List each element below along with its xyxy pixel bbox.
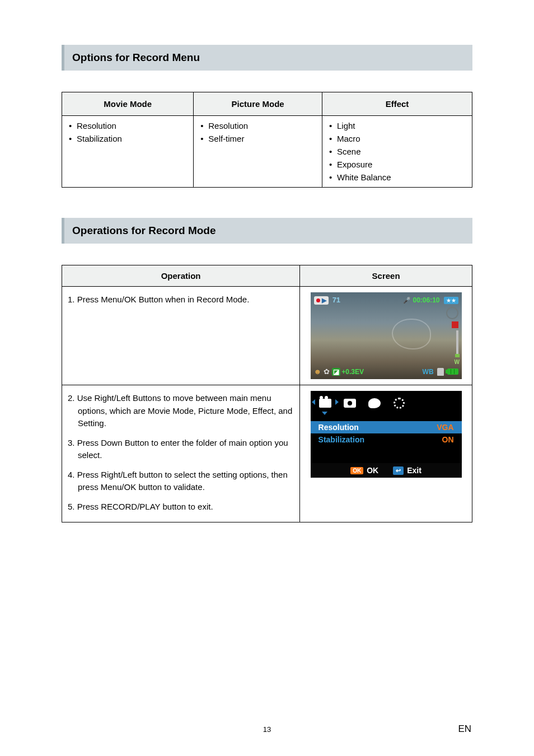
language-code: EN xyxy=(458,724,471,735)
mic-icon: 🎤 xyxy=(403,297,411,304)
quality-badge-icon: ★★ xyxy=(444,297,458,304)
footer-ok: OK OK xyxy=(350,466,378,475)
wb-label: WB xyxy=(423,368,434,376)
options-cell-picture: Resolution Self-timer xyxy=(194,116,322,188)
ev-value: ◪+0.3EV xyxy=(332,368,364,376)
list-item: Exposure xyxy=(327,158,469,171)
record-time: 00:06:10 xyxy=(413,296,439,304)
ops-th-operation: Operation xyxy=(62,265,300,287)
return-icon: ↩ xyxy=(393,466,404,475)
dial-icon xyxy=(446,307,458,319)
options-th-movie: Movie Mode xyxy=(62,92,194,116)
ops-cell-step1: 1. Press Menu/OK Button when in Record M… xyxy=(62,287,300,385)
footer-exit: ↩ Exit xyxy=(393,466,421,475)
list-item: Scene xyxy=(327,145,469,158)
list-item: Macro xyxy=(327,132,469,145)
section-heading-operations: Operations for Record Mode xyxy=(62,218,472,244)
movie-icon xyxy=(319,399,331,408)
list-item: 1. Press Menu/OK Button when in Record M… xyxy=(68,291,294,311)
list-item: Resolution xyxy=(198,119,318,132)
list-item: 3. Press Down Button to enter the folder… xyxy=(68,435,294,466)
menu-row-stabilization: Stabilization ON xyxy=(311,433,462,446)
list-item: Resolution xyxy=(67,119,190,132)
record-indicator-icon xyxy=(452,321,458,328)
list-item: 2. Use Right/Left Buttons to move betwee… xyxy=(68,390,294,435)
macro-icon: ✿ xyxy=(324,367,330,376)
options-table: Movie Mode Picture Mode Effect Resolutio… xyxy=(62,92,472,188)
operations-table: Operation Screen 1. Press Menu/OK Button… xyxy=(62,265,472,522)
zoom-slider-icon xyxy=(456,330,458,357)
menu-label: Stabilization xyxy=(318,435,364,444)
face-icon: ☻ xyxy=(314,367,322,376)
list-item: Self-timer xyxy=(198,132,318,145)
options-cell-effect: Light Macro Scene Exposure White Balance xyxy=(322,116,472,188)
list-item: 4. Press Right/Left button to select the… xyxy=(68,466,294,498)
menu-label: Resolution xyxy=(318,423,359,432)
options-th-picture: Picture Mode xyxy=(194,92,322,116)
menu-row-resolution: Resolution VGA xyxy=(311,421,462,433)
tab-effect xyxy=(367,396,382,410)
ops-th-screen: Screen xyxy=(300,265,472,287)
tab-movie-mode xyxy=(317,396,333,410)
shots-remaining: 71 xyxy=(332,296,340,304)
options-cell-movie: Resolution Stabilization xyxy=(62,116,194,188)
camera-icon xyxy=(344,399,356,408)
camera-screen-record: ▶ 71 🎤 00:06:10 ★★ xyxy=(311,292,462,379)
list-item: Light xyxy=(327,119,469,132)
page-number: 13 xyxy=(0,725,534,734)
menu-value: ON xyxy=(442,435,454,444)
options-th-effect: Effect xyxy=(322,92,472,116)
menu-value: VGA xyxy=(437,423,453,432)
exit-label: Exit xyxy=(407,466,421,475)
list-item: White Balance xyxy=(327,171,469,184)
sd-card-icon xyxy=(437,368,444,376)
list-item: 5. Press RECORD/PLAY button to exit. xyxy=(68,498,294,518)
section-heading-options: Options for Record Menu xyxy=(62,45,472,71)
ok-label: OK xyxy=(367,466,378,475)
list-item: Stabilization xyxy=(67,132,190,145)
ops-cell-steps2-5: 2. Use Right/Left Buttons to move betwee… xyxy=(62,385,300,522)
tab-settings xyxy=(391,396,407,410)
camera-screen-menu: Resolution VGA Stabilization ON OK OK xyxy=(311,391,462,478)
palette-icon xyxy=(368,398,381,408)
gear-icon xyxy=(394,398,405,409)
tab-picture-mode xyxy=(342,396,358,410)
ok-chip-icon: OK xyxy=(350,467,363,474)
ops-cell-screen2: Resolution VGA Stabilization ON OK OK xyxy=(300,385,472,522)
video-badge-icon: ▶ xyxy=(314,296,329,305)
ops-cell-screen1: ▶ 71 🎤 00:06:10 ★★ xyxy=(300,287,472,385)
battery-icon xyxy=(447,368,458,375)
